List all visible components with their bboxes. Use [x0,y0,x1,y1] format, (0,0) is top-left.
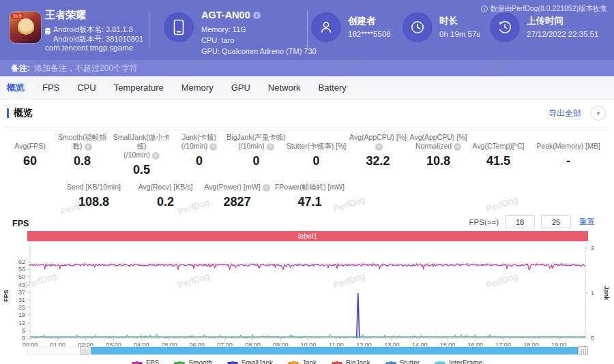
legend-item-FPS[interactable]: FPS [132,359,159,364]
android-version-code: Android版本号: 381010801 [53,34,143,44]
fps-line-chart[interactable]: 0612192531374350566201200:0001:0002:0003… [0,241,614,346]
svg-text:6: 6 [22,327,25,334]
tab-概览[interactable]: 概览 [7,82,25,94]
remark-bar[interactable]: 备注: 添加备注，不超过200个字符 [0,60,614,76]
tab-Temperature[interactable]: Temperature [114,82,164,93]
chart-zoom-scrollbar[interactable] [27,346,588,355]
section-title: 概览 [14,107,33,119]
help-icon[interactable]: ? [267,143,274,151]
fps-threshold-input-1[interactable] [505,215,535,228]
stat-cell: Avg(AppCPU) [%]?32.2 [347,133,409,177]
stat-value: 0 [286,154,347,168]
stat-value: 32.2 [347,154,409,168]
tab-FPS[interactable]: FPS [42,82,59,93]
tab-CPU[interactable]: CPU [77,82,96,93]
game-5v5-badge: 5V5 [11,13,24,19]
fps-threshold-label: FPS(>=) [469,218,499,226]
stat-cell: BigJank(严重卡顿)(/10min)?0 [226,133,286,177]
svg-text:1: 1 [591,290,594,297]
tab-Battery[interactable]: Battery [319,82,347,93]
legend-item-Stutter[interactable]: Stutter [385,359,420,364]
stat-value: - [529,154,607,168]
collect-version-note: i数据由PerfDog(8.0.221052)版本收集 [481,4,607,14]
tab-Memory[interactable]: Memory [181,82,214,93]
fps-chart-panel: FPS FPS(>=) 重置 label1 061219253137435056… [0,211,614,364]
svg-text:31: 31 [18,297,25,303]
legend-item-Jank[interactable]: Jank [288,359,317,364]
creator-label: 创建者 [348,15,376,27]
scrollbar-right-handle[interactable] [579,346,588,355]
legend-item-Smooth[interactable]: Smooth [174,359,211,364]
stat-cell: Avg(AppCPU) [%]Normalized?10.8 [409,133,467,177]
svg-text:FPS: FPS [3,290,10,302]
stat-label: Smooth(稳帧指数)? [53,133,111,151]
svg-text:18:00: 18:00 [523,342,539,346]
chart-legend: FPSSmoothSmallJankJankBigJankStutterInte… [0,359,614,364]
stat-label: Avg(CTemp)[°C] [467,133,529,151]
stat-value: 47.1 [273,195,347,209]
reset-link[interactable]: 重置 [579,217,595,227]
legend-label: InterFrame [449,359,482,364]
game-art [18,18,34,36]
android-icon [44,27,51,35]
fps-threshold-input-2[interactable] [541,215,571,228]
svg-text:37: 37 [18,289,25,296]
export-all-link[interactable]: 导出全部 [549,108,581,119]
package-name: com.tencent.tmgp.sgame [45,44,133,52]
duration-icon-circle [403,12,433,42]
remark-placeholder: 添加备注，不超过200个字符 [34,63,138,74]
svg-text:43: 43 [18,282,25,288]
stat-cell: Smooth(稳帧指数)?0.8 [53,133,111,177]
svg-text:Jank: Jank [603,286,610,301]
tab-GPU[interactable]: GPU [231,82,250,93]
svg-text:17:00: 17:00 [495,342,511,346]
svg-text:12: 12 [18,320,25,327]
upload-icon-circle [490,12,520,42]
legend-item-InterFrame[interactable]: InterFrame [435,359,482,364]
overview-content: 概览 导出全部 ▾ Avg(FPS)60Smooth(稳帧指数)?0.8Smal… [0,100,614,364]
help-icon[interactable]: ? [152,152,160,160]
stat-label: Avg(AppCPU) [%]? [347,133,409,151]
device-cpu: CPU: taro [201,36,234,44]
svg-text:2: 2 [591,245,594,252]
stat-label: Send [KB/10min] [58,183,130,192]
stat-value: 0.8 [53,154,111,168]
device-model: AGT-AN00i [201,10,261,20]
svg-text:02:00: 02:00 [78,342,93,346]
help-icon[interactable]: ? [85,143,92,151]
scrollbar-left-handle[interactable] [80,346,89,355]
legend-label: Jank [302,359,317,364]
help-icon[interactable]: ? [375,143,383,151]
stat-value: 0.5 [111,163,172,177]
overview-section-head: 概览 导出全部 ▾ [0,100,614,127]
tab-Network[interactable]: Network [268,82,301,93]
legend-label: BigJank [346,359,370,364]
legend-item-SmallJank[interactable]: SmallJank [227,359,273,364]
svg-text:19: 19 [18,312,25,318]
upload-label: 上传时间 [527,15,564,27]
perfdog-report-page: 5V5 王者荣耀 Android版本名: 3.81.1.8 Android版本号… [0,0,614,364]
scrollbar-selection[interactable] [91,347,578,354]
svg-text:06:00: 06:00 [190,342,205,346]
help-icon[interactable]: ? [209,143,217,151]
help-icon[interactable]: ? [454,143,461,151]
device-info-icon[interactable]: i [253,12,261,19]
stat-cell: Jank(卡顿)(/10min)?0 [172,133,226,177]
fps-panel-title: FPS [12,219,29,228]
header-divider [307,11,308,49]
help-icon[interactable]: ? [263,184,270,192]
stat-value: 0 [172,154,226,168]
svg-text:14:00: 14:00 [412,342,428,346]
legend-label: Stutter [400,359,420,364]
svg-text:01:00: 01:00 [50,342,66,346]
collapse-toggle-button[interactable]: ▾ [591,106,606,121]
android-version-name: Android版本名: 3.81.1.8 [53,25,143,34]
legend-item-BigJank[interactable]: BigJank [332,359,370,364]
svg-text:50: 50 [18,273,25,280]
svg-text:04:00: 04:00 [134,342,149,346]
section-accent-bar [7,108,9,118]
stat-label: Peak(Memory) [MB] [529,133,607,151]
svg-text:0: 0 [22,335,25,342]
stat-cell: FPower(帧能耗) [mW]47.1 [273,183,347,209]
stat-value: 108.8 [58,195,130,209]
